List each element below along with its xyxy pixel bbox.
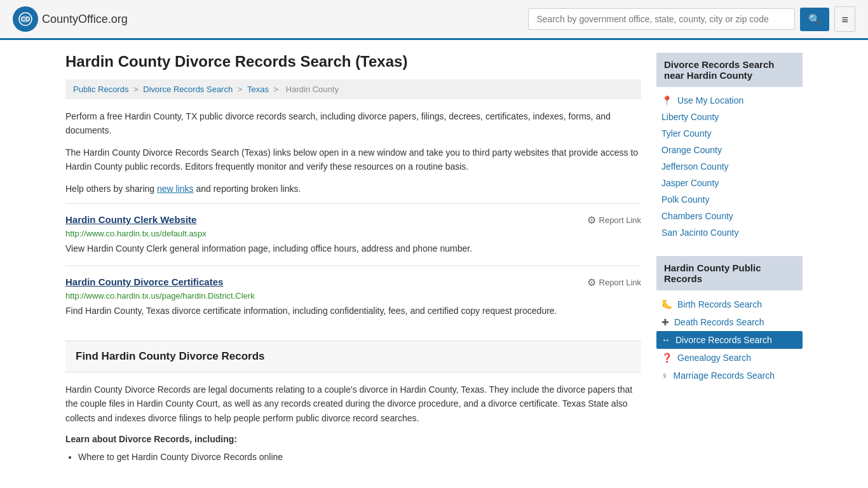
sidebar-item-polk-county[interactable]: Polk County: [656, 191, 803, 208]
tyler-county-link[interactable]: Tyler County: [661, 128, 712, 139]
breadcrumb-sep-3: >: [274, 85, 281, 94]
divorce-icon: ↔: [661, 335, 670, 345]
sidebar: Divorce Records Search near Hardin Count…: [656, 53, 803, 465]
genealogy-link[interactable]: Genealogy Search: [677, 353, 751, 363]
bullet-item-1: Where to get Hardin County Divorce Recor…: [78, 449, 641, 465]
report-icon-1: ⚙: [587, 214, 596, 226]
breadcrumb-current: Hardin County: [286, 85, 339, 94]
link-2-desc: Find Hardin County, Texas divorce certif…: [65, 304, 641, 318]
search-area: 🔍 ≡: [528, 6, 855, 32]
link-1-desc: View Hardin County Clerk general informa…: [65, 242, 641, 255]
breadcrumb: Public Records > Divorce Records Search …: [65, 79, 641, 99]
link-1-url: http://www.co.hardin.tx.us/default.aspx: [65, 229, 641, 238]
location-icon: 📍: [661, 95, 672, 105]
find-heading: Find Hardin County Divorce Records: [76, 350, 631, 363]
breadcrumb-link-texas[interactable]: Texas: [247, 85, 269, 94]
polk-county-link[interactable]: Polk County: [661, 194, 709, 205]
learn-heading: Learn about Divorce Records, including:: [65, 434, 641, 444]
death-icon: ✚: [661, 317, 669, 327]
bullet-list: Where to get Hardin County Divorce Recor…: [65, 449, 641, 465]
sidebar-nearby-list: 📍 Use My Location Liberty County Tyler C…: [656, 90, 803, 243]
sidebar-birth-records[interactable]: 🦶 Birth Records Search: [656, 295, 803, 313]
report-icon-2: ⚙: [587, 276, 596, 288]
sidebar-item-liberty-county[interactable]: Liberty County: [656, 109, 803, 125]
sidebar-item-chambers-county[interactable]: Chambers County: [656, 208, 803, 224]
page-title: Hardin County Divorce Records Search (Te…: [65, 53, 641, 71]
find-body: Hardin County Divorce Records are legal …: [65, 383, 641, 425]
content-area: Hardin County Divorce Records Search (Te…: [65, 53, 641, 465]
sidebar-item-orange-county[interactable]: Orange County: [656, 142, 803, 158]
sidebar-records-section: Hardin County Public Records 🦶 Birth Rec…: [656, 256, 803, 387]
report-label-2: Report Link: [599, 278, 641, 287]
header: CO CountyOffice.org 🔍 ≡: [0, 0, 868, 40]
san-jacinto-county-link[interactable]: San Jacinto County: [661, 227, 738, 238]
link-entry-1-header: Hardin County Clerk Website ⚙ Report Lin…: [65, 214, 641, 226]
breadcrumb-sep-1: >: [133, 85, 140, 94]
report-label-1: Report Link: [599, 215, 641, 225]
breadcrumb-sep-2: >: [238, 85, 245, 94]
sidebar-nearby-heading: Divorce Records Search near Hardin Count…: [656, 53, 803, 87]
search-icon: 🔍: [808, 14, 821, 25]
logo-text: CountyOffice.org: [42, 13, 128, 26]
breadcrumb-link-public-records[interactable]: Public Records: [73, 85, 128, 94]
sidebar-marriage-records[interactable]: ♀ Marriage Records Search: [656, 367, 803, 384]
description-3: Help others by sharing new links and rep…: [65, 182, 641, 196]
link-2-title[interactable]: Hardin County Divorce Certificates: [65, 276, 223, 287]
breadcrumb-link-divorce-records[interactable]: Divorce Records Search: [143, 85, 233, 94]
hamburger-icon: ≡: [841, 13, 848, 26]
sidebar-nearby-section: Divorce Records Search near Hardin Count…: [656, 53, 803, 243]
search-button[interactable]: 🔍: [800, 8, 829, 31]
description-2: The Hardin County Divorce Records Search…: [65, 146, 641, 174]
description-1: Perform a free Hardin County, TX public …: [65, 109, 641, 138]
sidebar-item-tyler-county[interactable]: Tyler County: [656, 125, 803, 142]
link-entry-1: Hardin County Clerk Website ⚙ Report Lin…: [65, 203, 641, 266]
link-2-url: http://www.co.hardin.tx.us/page/hardin.D…: [65, 291, 641, 301]
genealogy-icon: ❓: [661, 353, 672, 363]
find-section: Find Hardin County Divorce Records: [65, 341, 641, 372]
sidebar-records-list: 🦶 Birth Records Search ✚ Death Records S…: [656, 293, 803, 387]
link-1-title[interactable]: Hardin County Clerk Website: [65, 214, 196, 225]
death-records-link[interactable]: Death Records Search: [674, 317, 764, 327]
logo-icon: CO: [13, 6, 38, 32]
marriage-icon: ♀: [661, 370, 668, 381]
jasper-county-link[interactable]: Jasper County: [661, 178, 719, 188]
sidebar-records-heading: Hardin County Public Records: [656, 256, 803, 290]
divorce-records-link[interactable]: Divorce Records Search: [675, 335, 772, 345]
desc3-before: Help others by sharing: [65, 184, 157, 194]
main-container: Hardin County Divorce Records Search (Te…: [53, 40, 815, 478]
logo-area: CO CountyOffice.org: [13, 6, 128, 32]
sidebar-death-records[interactable]: ✚ Death Records Search: [656, 313, 803, 331]
sidebar-genealogy[interactable]: ❓ Genealogy Search: [656, 349, 803, 367]
new-links-link[interactable]: new links: [157, 184, 194, 194]
desc3-after: and reporting broken links.: [194, 184, 301, 194]
link-entry-2: Hardin County Divorce Certificates ⚙ Rep…: [65, 266, 641, 328]
menu-button[interactable]: ≡: [834, 6, 855, 32]
marriage-records-link[interactable]: Marriage Records Search: [674, 370, 775, 381]
logo-name: CountyOffice: [42, 13, 108, 25]
jefferson-county-link[interactable]: Jefferson County: [661, 161, 729, 172]
use-my-location-link[interactable]: Use My Location: [677, 95, 743, 105]
sidebar-item-jasper-county[interactable]: Jasper County: [656, 175, 803, 191]
link-entry-2-header: Hardin County Divorce Certificates ⚙ Rep…: [65, 276, 641, 288]
svg-text:CO: CO: [21, 16, 31, 23]
sidebar-item-jefferson-county[interactable]: Jefferson County: [656, 158, 803, 175]
liberty-county-link[interactable]: Liberty County: [661, 112, 719, 122]
sidebar-use-location[interactable]: 📍 Use My Location: [656, 92, 803, 109]
report-link-2-button[interactable]: ⚙ Report Link: [587, 276, 641, 288]
chambers-county-link[interactable]: Chambers County: [661, 211, 733, 221]
logo-suffix: .org: [108, 13, 128, 25]
report-link-1-button[interactable]: ⚙ Report Link: [587, 214, 641, 226]
orange-county-link[interactable]: Orange County: [661, 145, 722, 155]
birth-records-link[interactable]: Birth Records Search: [677, 299, 762, 309]
sidebar-divorce-records[interactable]: ↔ Divorce Records Search: [656, 331, 803, 349]
sidebar-item-san-jacinto-county[interactable]: San Jacinto County: [656, 224, 803, 241]
birth-icon: 🦶: [661, 299, 672, 309]
search-input[interactable]: [528, 8, 795, 30]
